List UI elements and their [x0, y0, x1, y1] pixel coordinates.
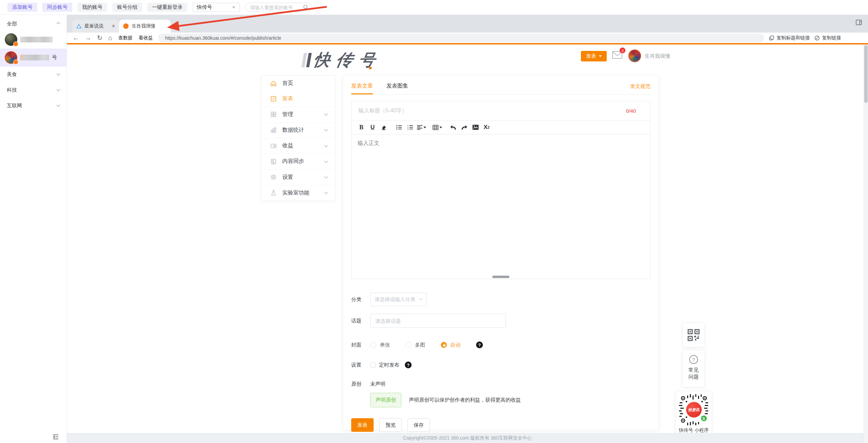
preview-button[interactable]: 预览: [379, 418, 402, 432]
account-manager-toolbar: 添加账号 同步账号 我的账号 账号分组 一键重新登录 快传号: [0, 0, 868, 15]
forward-icon[interactable]: →: [85, 35, 91, 41]
account-avatar: [5, 33, 17, 46]
my-account-button[interactable]: 我的账号: [77, 3, 107, 12]
eraser-icon[interactable]: [379, 123, 388, 132]
earnings-link[interactable]: 看收益: [138, 35, 153, 41]
copy-title-link-button[interactable]: 复制标题和链接: [769, 35, 810, 41]
sidebar-group-food[interactable]: 美食: [0, 67, 67, 82]
underline-icon[interactable]: U: [368, 123, 377, 132]
category-label: 分类: [351, 296, 370, 303]
platform-select[interactable]: 快传号: [192, 3, 240, 12]
insert-image-icon[interactable]: [471, 123, 480, 132]
group-label: 互联网: [7, 103, 22, 109]
schedule-checkbox[interactable]: [370, 362, 376, 368]
bullet-list-icon[interactable]: [395, 123, 403, 132]
table-icon[interactable]: [433, 123, 442, 132]
qr-code-icon: [687, 329, 700, 341]
back-icon[interactable]: ←: [73, 35, 79, 41]
platform-select-value: 快传号: [197, 4, 212, 11]
cover-option-single[interactable]: 单张: [370, 342, 390, 348]
cover-option-label: 自动: [450, 342, 460, 348]
cover-help-icon[interactable]: ?: [476, 342, 483, 348]
account-item[interactable]: [0, 31, 67, 49]
redacted-account-name: [20, 37, 53, 42]
scrollbar-thumb[interactable]: [864, 45, 868, 103]
tab-publish-gallery[interactable]: 发表图集: [386, 82, 408, 94]
group-label: 美食: [7, 71, 17, 78]
menu-item-earnings[interactable]: 收益: [262, 138, 335, 153]
close-tab-icon[interactable]: ×: [112, 23, 115, 29]
tab-shengxiao-active[interactable]: 生肖我很懂: [119, 20, 171, 33]
account-search-input[interactable]: [245, 3, 312, 12]
chevron-down-icon: [324, 175, 328, 179]
original-status: 未声明: [370, 381, 385, 387]
article-body-editor[interactable]: 输入正文: [351, 134, 650, 279]
sidebar-group-tech[interactable]: 科技: [0, 82, 67, 98]
account-filter-all[interactable]: 全部: [0, 17, 67, 31]
editor-hscrollbar[interactable]: [492, 276, 509, 278]
account-avatar: [5, 51, 17, 64]
original-row: 原创 未声明: [351, 381, 659, 387]
chevron-up-icon: [56, 22, 60, 25]
menu-item-label: 数据统计: [282, 127, 304, 134]
menu-item-lab-features[interactable]: 实验室功能: [262, 185, 335, 201]
faq-label: 问题: [688, 373, 699, 380]
reload-icon[interactable]: ↻: [97, 35, 102, 41]
settings-label: 设置: [351, 362, 370, 368]
numbered-list-icon[interactable]: 123: [406, 123, 415, 132]
save-button[interactable]: 保存: [408, 418, 430, 432]
relogin-button[interactable]: 一键重新登录: [147, 3, 187, 12]
tab-xingzuo[interactable]: 星座说说 ×: [72, 20, 119, 33]
flask-icon: [270, 189, 277, 196]
bold-icon[interactable]: B: [357, 123, 366, 132]
home-icon: [270, 80, 277, 87]
site-favicon-orange-icon: [123, 23, 129, 29]
redo-icon[interactable]: [460, 123, 469, 132]
qr-code-button[interactable]: [683, 323, 704, 347]
superscript-icon[interactable]: X2: [482, 123, 491, 132]
svg-text:3: 3: [408, 128, 409, 130]
tab-publish-article[interactable]: 发表文章: [351, 82, 373, 94]
publish-dropdown-button[interactable]: 发表: [581, 51, 607, 61]
menu-item-statistics[interactable]: 数据统计: [262, 122, 335, 138]
declare-original-button[interactable]: 声明原创: [370, 393, 401, 407]
account-group-button[interactable]: 账号分组: [112, 3, 142, 12]
page-footer: Copyright©2005-2021 360.com 版权所有 360互联网安…: [67, 433, 868, 443]
cover-option-multi[interactable]: 多图: [405, 342, 425, 348]
collapse-sidebar-icon[interactable]: [52, 434, 59, 440]
sync-account-button[interactable]: 同步账号: [42, 3, 72, 12]
edit-icon: [270, 95, 277, 102]
menu-item-label: 实验室功能: [282, 189, 309, 197]
title-char-counter: 0/40: [626, 108, 636, 114]
title-input[interactable]: [352, 108, 650, 114]
menu-item-content-sync[interactable]: 内容同步: [262, 153, 335, 169]
home-icon[interactable]: ⌂: [108, 35, 112, 41]
chevron-down-icon: [56, 72, 60, 76]
schedule-help-icon[interactable]: ?: [405, 362, 412, 368]
menu-item-label: 内容同步: [282, 158, 304, 165]
sidebar-group-internet[interactable]: 互联网: [0, 98, 67, 113]
page-scrollbar[interactable]: [864, 44, 868, 443]
faq-button[interactable]: ? 常见 问题: [683, 350, 704, 387]
publishing-rules-link[interactable]: 发文规范: [630, 83, 650, 90]
align-icon[interactable]: [417, 123, 426, 132]
undo-icon[interactable]: [449, 123, 457, 132]
cover-option-auto-selected[interactable]: 自动: [441, 342, 460, 348]
topic-input[interactable]: [370, 314, 506, 328]
menu-item-home[interactable]: 首页: [262, 76, 335, 91]
publish-button[interactable]: 发表: [351, 418, 374, 432]
stats-link[interactable]: 查数据: [118, 35, 132, 41]
account-item-selected[interactable]: 号: [0, 49, 67, 67]
category-select[interactable]: 请选择或输入分类: [370, 293, 427, 306]
address-bar[interactable]: https://kuaichuan.360kuai.com/#/console/…: [158, 34, 764, 42]
messages-button[interactable]: 3: [612, 51, 622, 60]
user-avatar[interactable]: [628, 50, 641, 62]
logo-dot-icon: [369, 67, 372, 69]
menu-item-publish[interactable]: 发表: [262, 91, 335, 106]
add-account-button[interactable]: 添加账号: [7, 3, 37, 12]
menu-item-manage[interactable]: 管理: [262, 107, 335, 122]
side-panel-icon[interactable]: [855, 19, 863, 26]
body-placeholder: 输入正文: [358, 140, 379, 147]
copy-link-button[interactable]: 复制链接: [814, 35, 841, 41]
menu-item-settings[interactable]: 设置: [262, 169, 335, 185]
